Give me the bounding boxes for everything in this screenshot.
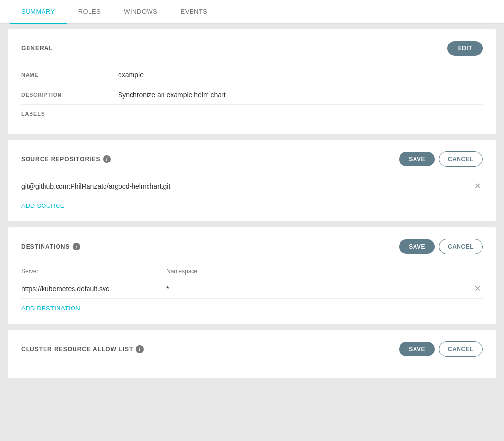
- field-name-row: NAME example: [21, 65, 483, 85]
- add-destination-link[interactable]: ADD DESTINATION: [21, 305, 80, 312]
- destinations-cancel-button[interactable]: CANCEL: [439, 239, 483, 254]
- field-labels-label: LABELS: [21, 111, 118, 117]
- field-description-value: Synchronize an example helm chart: [118, 91, 483, 99]
- field-description-label: DESCRIPTION: [21, 92, 118, 98]
- field-name-value: example: [118, 71, 483, 79]
- source-repositories-info-icon[interactable]: i: [103, 155, 111, 163]
- cluster-resource-cancel-button[interactable]: CANCEL: [439, 341, 483, 357]
- general-title: GENERAL: [21, 45, 53, 52]
- source-repositories-title: SOURCE REPOSITORIES i: [21, 155, 111, 163]
- source-repo-row: git@github.com:PhilRanzato/argocd-helmch…: [21, 176, 483, 196]
- destinations-col-ns-label: Namespace: [166, 268, 483, 275]
- general-header: GENERAL EDIT: [21, 41, 483, 56]
- tabs-bar: SUMMARY ROLES WINDOWS EVENTS: [0, 0, 504, 24]
- remove-destination-button[interactable]: ✕: [473, 285, 483, 293]
- field-labels-row: LABELS: [21, 105, 483, 122]
- field-name-label: NAME: [21, 72, 118, 78]
- destination-namespace: *: [166, 285, 473, 293]
- destinations-actions: SAVE CANCEL: [399, 239, 483, 254]
- source-repo-save-button[interactable]: SAVE: [399, 152, 435, 166]
- remove-source-button[interactable]: ✕: [473, 182, 483, 190]
- source-repo-url: git@github.com:PhilRanzato/argocd-helmch…: [21, 182, 473, 190]
- cluster-resource-info-icon[interactable]: i: [136, 345, 144, 353]
- cluster-resource-actions: SAVE CANCEL: [399, 341, 483, 357]
- source-repo-actions: SAVE CANCEL: [399, 151, 483, 167]
- cluster-resource-allow-list-section: CLUSTER RESOURCE ALLOW LIST i SAVE CANCE…: [8, 330, 496, 378]
- destinations-col-server-label: Server: [21, 268, 166, 275]
- tab-summary[interactable]: SUMMARY: [10, 0, 67, 24]
- cluster-resource-allow-list-title: CLUSTER RESOURCE ALLOW LIST i: [21, 345, 144, 353]
- destinations-title: DESTINATIONS i: [21, 243, 80, 250]
- destinations-section: DESTINATIONS i SAVE CANCEL Server Namesp…: [8, 227, 496, 324]
- source-repositories-header: SOURCE REPOSITORIES i SAVE CANCEL: [21, 151, 483, 167]
- cluster-resource-allow-list-header: CLUSTER RESOURCE ALLOW LIST i SAVE CANCE…: [21, 341, 483, 357]
- add-source-link[interactable]: ADD SOURCE: [21, 202, 65, 209]
- edit-button[interactable]: EDIT: [447, 41, 483, 56]
- source-repo-cancel-button[interactable]: CANCEL: [439, 151, 483, 167]
- destinations-save-button[interactable]: SAVE: [399, 239, 435, 254]
- destinations-info-icon[interactable]: i: [73, 243, 80, 250]
- field-description-row: DESCRIPTION Synchronize an example helm …: [21, 85, 483, 105]
- general-section: GENERAL EDIT NAME example DESCRIPTION Sy…: [8, 29, 496, 134]
- source-repo-title-text: SOURCE REPOSITORIES: [21, 156, 100, 162]
- destination-server: https://kubernetes.default.svc: [21, 285, 166, 293]
- source-repositories-section: SOURCE REPOSITORIES i SAVE CANCEL git@gi…: [8, 140, 496, 221]
- cluster-resource-title-text: CLUSTER RESOURCE ALLOW LIST: [21, 346, 133, 353]
- destinations-title-text: DESTINATIONS: [21, 243, 70, 250]
- tab-events[interactable]: EVENTS: [169, 0, 219, 24]
- tab-roles[interactable]: ROLES: [67, 0, 113, 24]
- cluster-resource-save-button[interactable]: SAVE: [399, 342, 435, 356]
- destination-row: https://kubernetes.default.svc * ✕: [21, 279, 483, 299]
- destinations-header: DESTINATIONS i SAVE CANCEL: [21, 239, 483, 254]
- tab-windows[interactable]: WINDOWS: [112, 0, 169, 24]
- destinations-column-headers: Server Namespace: [21, 264, 483, 279]
